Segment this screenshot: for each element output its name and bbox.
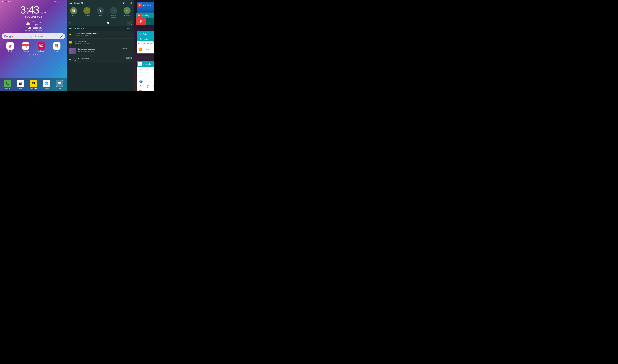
cal-day-19[interactable]: 19 — [138, 84, 144, 88]
softcard-icon: SOFTCARD — [38, 42, 45, 50]
youtube-card-title: YouTube — [143, 4, 154, 6]
status-right-icons: 24% ⚡ 3:43 PM — [53, 1, 65, 2]
phone-label: Phone — [5, 88, 10, 89]
wifi-toggle-label: Wi-Fi — [72, 15, 75, 17]
usb-icon: ⊕ — [2, 1, 3, 2]
app-icon-calendar[interactable]: ● ● 31 Calendar — [22, 42, 29, 52]
rotation-toggle-circle: ↺ — [110, 7, 117, 14]
notifications-label: NOTIFICATIONS — [69, 27, 84, 29]
cal-day-14[interactable]: 14 — [151, 79, 154, 84]
mute-toggle[interactable]: 🔇 Mute — [97, 7, 104, 19]
settings-gear-icon[interactable]: ⚙ — [123, 1, 125, 5]
auto-label: Auto — [128, 22, 131, 24]
status-left-icons: ⊕ N 🔇 📶 ⊘ — [2, 1, 11, 2]
cal-day-21[interactable]: 21 — [151, 84, 154, 88]
menu-nav-icon[interactable]: ≡ — [29, 54, 30, 56]
rotation-toggle[interactable]: ↺ Screenrotation — [110, 7, 117, 19]
softcard-label: Softcard — [38, 50, 44, 52]
dow-tue: Tue — [151, 68, 154, 70]
cal-day-5[interactable]: 5 — [138, 75, 144, 79]
email-label: Email — [8, 50, 12, 52]
screenshot-thumbnail — [69, 48, 76, 54]
camera-icon: 📷 — [17, 80, 24, 87]
apps-grid-icon — [56, 80, 63, 87]
dock-internet[interactable]: 🌐 Internet — [43, 80, 50, 89]
page-dot-3[interactable] — [37, 54, 38, 55]
youtube-card-header: ▶ YouTube ≡ — [137, 2, 154, 8]
calendar-label: Calendar — [23, 50, 29, 52]
wifi-settings-row[interactable]: 📶 Wi-Fi — [137, 45, 154, 53]
weather-notif-time: 3:19 PM — [126, 57, 132, 59]
mic-icon[interactable]: 🎤 — [60, 35, 63, 38]
clear-button[interactable]: CLEAR — [126, 27, 132, 29]
weather-notification[interactable]: ☁ 61° - Mostly Cloudy 3:19 PM 6 cards — [67, 55, 134, 63]
brightness-row: ☀ Auto — [67, 20, 134, 26]
wifi-toggle[interactable]: 📶 Wi-Fi — [70, 7, 77, 19]
recent-card-calendar[interactable]: 31 Calendar ≡ Sun Mon Tue Wed Thu Fri Sa… — [137, 61, 154, 91]
settings-card-header: ⚙ Settings ≡ — [137, 31, 154, 37]
calendar-agenda-icon[interactable]: 📅 — [138, 90, 142, 91]
app-icon-google[interactable]: Google — [53, 42, 60, 52]
tab-connections[interactable]: Connections — [137, 37, 153, 42]
wifi-notif-icon: 📶 — [69, 40, 72, 44]
wifi-notif-title: Wi-Fi connected — [74, 40, 132, 42]
clock-date: Sun, October 12 — [0, 16, 67, 18]
screenshot-notif-time: 3:43 PM — [122, 48, 128, 50]
recent-card-settings[interactable]: ⚙ Settings ≡ Connections Device Controls… — [137, 31, 154, 53]
cal-day-30[interactable]: 30 — [151, 71, 154, 75]
usb-icon: ⚡ — [69, 33, 72, 36]
briefing-sidebar: 𝔽 — [136, 18, 146, 26]
messages-label: Messages — [30, 88, 37, 89]
bluetooth-toggle[interactable]: 𝔅 Bluetooth — [123, 7, 131, 19]
calendar-date-number: 31 — [139, 63, 141, 65]
recent-card-briefing[interactable]: 📰 Briefing ⋮ 𝔽 BRIEFING — [136, 13, 154, 26]
google-label: Google — [54, 50, 59, 52]
calendar-week-4: 19 20 21 22 23 24 25 — [138, 84, 154, 88]
settings-shortcut-icon[interactable]: ☀ — [44, 11, 47, 14]
usb-notification[interactable]: ⚡ Connected as a media device Touch for … — [67, 31, 134, 39]
wifi-notification[interactable]: 📶 Wi-Fi connected Connected to "Amadeo". — [67, 39, 134, 46]
calendar-footer: 📅 ≡ — [137, 89, 154, 91]
page-dot-1[interactable] — [33, 54, 34, 55]
home-nav-icon[interactable]: ⌂ — [31, 54, 33, 56]
dock-camera[interactable]: 📷 Camera — [17, 80, 24, 89]
app-icon-softcard[interactable]: SOFTCARD Softcard — [38, 42, 45, 52]
auto-brightness-toggle[interactable]: Auto — [127, 21, 132, 25]
briefing-card-header: 📰 Briefing ⋮ — [136, 13, 154, 18]
quick-settings-grid-icon[interactable]: ⊞ — [130, 1, 132, 5]
shade-date: Sun, October 12 — [69, 2, 83, 4]
block-icon: ⊘ — [10, 1, 11, 2]
dow-mon: Mon — [144, 68, 151, 70]
rotation-toggle-icon: ↺ — [113, 9, 115, 12]
cal-day-13[interactable]: 13 — [144, 79, 151, 84]
settings-card-title: Settings — [143, 33, 154, 35]
app-icon-email[interactable]: @ Email — [6, 42, 14, 52]
cal-day-20[interactable]: 20 — [144, 84, 151, 88]
dock-messages[interactable]: ✉ Messages — [30, 80, 37, 89]
location-toggle[interactable]: 📍 Location — [83, 7, 91, 19]
briefing-app-icon: 📰 — [138, 14, 141, 17]
cal-day-12-today[interactable]: 12 — [138, 79, 144, 84]
screenshot-notification[interactable]: Screenshot captured 3:43 PM Tap to view … — [67, 46, 134, 55]
tab-device[interactable]: Device — [153, 37, 154, 42]
network-connections-label: NETWORK CONNECTIONS — [137, 42, 154, 45]
screenshot-notif-content: Screenshot captured 3:43 PM Tap to view … — [78, 48, 128, 52]
wifi-circle-icon: 📶 — [139, 48, 142, 51]
expand-icon[interactable]: ▼ — [130, 48, 132, 50]
cal-day-6[interactable]: 6 — [144, 75, 151, 79]
usb-notif-title: Connected as a media device — [74, 33, 132, 35]
cal-day-28[interactable]: 28 — [138, 71, 144, 75]
cal-day-7[interactable]: 7 — [151, 75, 154, 79]
cal-day-29[interactable]: 29 — [144, 71, 151, 75]
dock-phone[interactable]: 📞 Phone — [4, 80, 11, 89]
phone-icon: 📞 — [4, 80, 11, 87]
mute-toggle-label: Mute — [99, 15, 102, 17]
google-search-bar[interactable]: Google Say "Ok Google" 🎤 — [2, 33, 65, 39]
weather-notif-title: 61° - Mostly Cloudy — [73, 57, 89, 59]
dock-apps[interactable]: Apps — [56, 80, 63, 89]
page-dot-2[interactable] — [35, 54, 36, 55]
location-toggle-label: Location — [84, 15, 90, 17]
home-screen: ⊕ N 🔇 📶 ⊘ 24% ⚡ 3:43 PM 3:43 PM ☀ Sun, O… — [0, 0, 67, 91]
wifi-toggle-circle: 📶 — [70, 7, 77, 14]
brightness-slider[interactable] — [72, 23, 125, 23]
